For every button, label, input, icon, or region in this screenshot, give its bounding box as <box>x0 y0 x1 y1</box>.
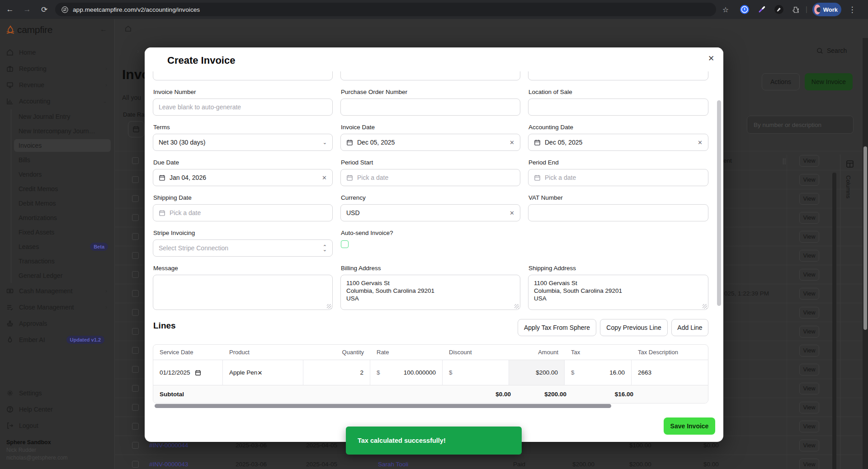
view-button[interactable]: View <box>799 459 819 469</box>
sidebar-item-approvals[interactable]: Approvals <box>0 315 114 332</box>
rate-cell[interactable]: $ 100.000000 <box>370 360 443 385</box>
password-manager-extension-icon[interactable] <box>739 0 750 19</box>
message-textarea[interactable] <box>153 275 333 310</box>
row-checkbox[interactable] <box>132 157 139 164</box>
sidebar-item-leases[interactable]: LeasesBeta <box>11 239 114 254</box>
add-line-button[interactable]: Add Line <box>671 319 708 336</box>
sidebar-item-credit-memos[interactable]: Credit Memos <box>11 182 114 196</box>
sidebar-item-home[interactable]: Home <box>0 44 114 61</box>
view-button[interactable]: View <box>799 288 819 300</box>
stripe-connection-select[interactable]: Select Stripe Connection ⌃⌄ <box>153 239 333 257</box>
view-button[interactable]: View <box>799 212 819 224</box>
scrollbar-thumb[interactable] <box>155 404 611 408</box>
product-cell[interactable]: Apple Pen ✕ <box>223 360 303 385</box>
new-invoice-button[interactable]: New Invoice <box>805 73 853 90</box>
remove-product-icon[interactable]: ✕ <box>257 369 262 376</box>
tax-description-cell[interactable]: 2663 <box>632 360 708 385</box>
global-search-button[interactable]: Search <box>816 47 847 54</box>
invoice-number-input[interactable]: Leave blank to auto-generate <box>153 98 333 116</box>
sidebar-item-logout[interactable]: Logout <box>0 417 115 434</box>
save-invoice-button[interactable]: Save Invoice <box>664 417 715 435</box>
row-checkbox[interactable] <box>132 423 139 430</box>
copy-previous-line-button[interactable]: Copy Previous Line <box>600 319 668 336</box>
table-cell[interactable]: #INV-0000043 <box>149 455 188 469</box>
discount-cell[interactable]: $ <box>443 360 509 385</box>
accounting-date-input[interactable]: Dec 05, 2025 ✕ <box>528 134 708 151</box>
clear-icon[interactable]: ✕ <box>698 139 703 146</box>
browser-menu-icon[interactable]: ⋮ <box>846 0 858 19</box>
sidebar-item-bills[interactable]: Bills <box>11 153 114 167</box>
row-checkbox[interactable] <box>132 385 139 392</box>
row-checkbox[interactable] <box>132 233 139 240</box>
vat-number-input[interactable] <box>528 204 708 221</box>
sidebar-item-amortizations[interactable]: Amortizations <box>11 211 114 225</box>
row-checkbox[interactable] <box>132 461 139 468</box>
row-checkbox[interactable] <box>132 347 139 354</box>
row-checkbox[interactable] <box>132 214 139 221</box>
view-button[interactable]: View <box>799 326 819 338</box>
view-button[interactable]: View <box>799 269 819 281</box>
view-button[interactable]: View <box>799 155 819 167</box>
tax-cell[interactable]: $ 16.00 <box>565 360 632 385</box>
row-checkbox[interactable] <box>132 176 139 183</box>
date-range-button[interactable] <box>128 121 144 137</box>
sidebar-item-help-center[interactable]: Help Center <box>0 401 115 417</box>
table-cell[interactable]: Sarah Tooli <box>378 455 408 469</box>
view-button[interactable]: View <box>799 231 819 243</box>
clear-icon[interactable]: ✕ <box>509 139 514 146</box>
modal-scrollbar-thumb[interactable] <box>717 100 721 306</box>
sidebar-collapse-icon[interactable]: ← <box>100 25 107 33</box>
sidebar-item-settings[interactable]: Settings <box>0 385 115 401</box>
row-checkbox[interactable] <box>132 195 139 202</box>
eyedropper-extension-icon[interactable] <box>756 0 768 19</box>
row-checkbox[interactable] <box>132 309 139 316</box>
period-start-input[interactable]: Pick a date <box>340 169 520 186</box>
sidebar-item-transactions[interactable]: Transactions <box>11 254 114 268</box>
resize-grip[interactable] <box>703 304 707 309</box>
view-button[interactable]: View <box>799 402 819 413</box>
address-bar[interactable]: app.meetcampfire.com/v2/accounting/invoi… <box>55 3 716 16</box>
purchase-order-input[interactable] <box>340 98 520 116</box>
logo[interactable]: campfire ← <box>0 19 114 41</box>
page-scrollbar-thumb[interactable] <box>863 146 867 330</box>
sidebar-item-accounting[interactable]: Accounting ⌄ <box>0 93 114 109</box>
browser-profile-button[interactable]: Work <box>812 3 841 16</box>
sidebar-item-close-management[interactable]: Close Management › <box>0 299 114 315</box>
quantity-cell[interactable]: 2 <box>303 360 370 385</box>
apply-tax-button[interactable]: Apply Tax From Sphere <box>518 319 596 336</box>
paintbrush-extension-icon[interactable] <box>773 0 785 19</box>
sidebar-item-vendors[interactable]: Vendors <box>11 167 114 182</box>
view-button[interactable]: View <box>799 440 819 451</box>
close-icon[interactable]: ✕ <box>708 54 714 63</box>
bookmark-star-icon[interactable]: ☆ <box>720 0 731 19</box>
row-checkbox[interactable] <box>132 404 139 411</box>
sidebar-item-ember-ai[interactable]: Ember AI Updated v1.2 <box>0 332 114 348</box>
resize-grip[interactable] <box>327 304 331 309</box>
terms-select[interactable]: Net 30 (30 days) ⌄ <box>153 134 333 151</box>
sidebar-item-invoices[interactable]: Invoices <box>11 138 114 153</box>
sidebar-item-general-ledger[interactable]: General Ledger <box>11 268 114 283</box>
home-icon[interactable] <box>125 25 132 32</box>
view-button[interactable]: View <box>799 193 819 205</box>
table-scrollbar[interactable] <box>832 173 836 469</box>
invoice-filter-input[interactable]: By number or description <box>747 116 854 134</box>
view-button[interactable]: View <box>799 383 819 394</box>
location-of-sale-input[interactable] <box>528 98 708 116</box>
view-button[interactable]: View <box>799 174 819 186</box>
shipping-date-input[interactable]: Pick a date <box>153 204 333 221</box>
date-picker-icon[interactable] <box>195 370 201 376</box>
view-button[interactable]: View <box>799 250 819 262</box>
shipping-address-textarea[interactable]: 1100 Gervais St Columbia, South Carolina… <box>528 275 708 310</box>
browser-reload-button[interactable]: ⟳ <box>38 0 51 19</box>
browser-back-button[interactable]: ← <box>4 0 16 19</box>
page-scrollbar[interactable] <box>863 38 868 469</box>
extensions-puzzle-icon[interactable] <box>790 0 802 19</box>
browser-forward-button[interactable]: → <box>21 0 33 19</box>
sidebar-item-debit-memos[interactable]: Debit Memos <box>11 196 114 211</box>
period-end-input[interactable]: Pick a date <box>528 169 708 186</box>
autosend-checkbox[interactable] <box>341 240 349 248</box>
row-checkbox[interactable] <box>132 442 139 449</box>
view-button[interactable]: View <box>799 421 819 432</box>
lines-horizontal-scrollbar[interactable] <box>154 404 708 408</box>
row-checkbox[interactable] <box>132 328 139 335</box>
